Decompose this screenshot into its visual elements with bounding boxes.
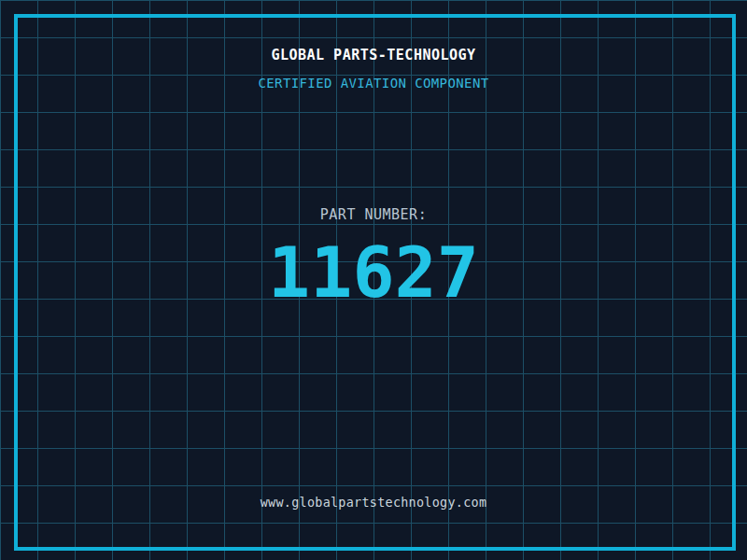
company-title: GLOBAL PARTS-TECHNOLOGY	[0, 47, 747, 63]
part-number-value: 11627	[0, 238, 747, 308]
part-number-label: PART NUMBER:	[0, 206, 747, 223]
certification-subtitle: CERTIFIED AVIATION COMPONENT	[0, 76, 747, 91]
blueprint-screen: GLOBAL PARTS-TECHNOLOGY CERTIFIED AVIATI…	[0, 0, 747, 560]
website-url: www.globalpartstechnology.com	[0, 496, 747, 510]
